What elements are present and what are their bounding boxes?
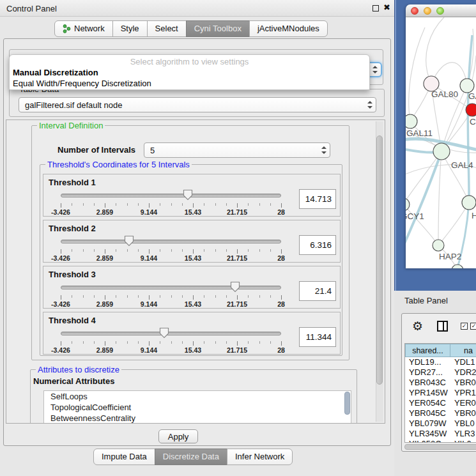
number-of-intervals-label: Number of Intervals xyxy=(58,145,135,155)
slider-thumb[interactable] xyxy=(159,327,169,339)
tab-label: jActiveMNodules xyxy=(257,24,319,33)
checkbox-icon[interactable]: ✓ xyxy=(470,323,476,330)
slider-tick xyxy=(171,203,172,206)
threshold-value-field[interactable]: 11.344 xyxy=(299,327,336,347)
slider-tick xyxy=(61,295,61,300)
close-icon[interactable]: ✖ xyxy=(383,3,390,12)
table-cell: YPR145W xyxy=(405,388,450,398)
table-row[interactable]: YPR145WYPR1 xyxy=(405,388,476,398)
checkbox-icon[interactable]: ✓ xyxy=(461,323,468,330)
threshold-slider[interactable]: -3.4262.8599.14415.4321.71528 xyxy=(61,190,281,215)
attribute-item[interactable]: BetweennessCentrality xyxy=(44,413,351,424)
table-row[interactable]: YIL052CYIL0 xyxy=(405,439,476,443)
mac-close-icon[interactable] xyxy=(411,7,418,15)
mac-minimize-icon[interactable] xyxy=(424,7,431,15)
columns-icon[interactable] xyxy=(437,321,448,332)
attribute-item[interactable]: TopologicalCoefficient xyxy=(44,402,351,413)
gear-icon[interactable]: ⚙ xyxy=(412,319,423,334)
table-column-header[interactable]: na xyxy=(450,344,476,357)
slider-thumb[interactable] xyxy=(124,235,134,247)
thresholds-coordinates-group: Threshold's Coordinates for 5 Intervals … xyxy=(40,164,342,356)
threshold-value-field[interactable]: 21.4 xyxy=(299,281,336,301)
network-node-gal11[interactable] xyxy=(406,114,417,128)
mac-zoom-icon[interactable] xyxy=(436,7,444,15)
table-panel-title: Table Panel xyxy=(404,296,448,305)
slider-tick xyxy=(226,249,227,252)
network-canvas[interactable]: GAL80GACGAL11GAL4GCY1HHAP2 xyxy=(406,17,476,268)
tab-infer-network[interactable]: Infer Network xyxy=(227,449,293,465)
slider-tick-label: -3.426 xyxy=(51,208,70,216)
threshold-panel-1: Threshold 1-3.4262.8599.14415.4321.71528… xyxy=(43,174,341,217)
cyni-toolbox-content: Discretization Algorithm Select algorith… xyxy=(3,38,391,446)
threshold-value-field[interactable]: 6.316 xyxy=(299,235,336,255)
slider-tick-label: 21.715 xyxy=(227,208,247,216)
tab-jactivemnodules[interactable]: jActiveMNodules xyxy=(249,20,328,37)
tab-cyni-toolbox[interactable]: Cyni Toolbox xyxy=(186,20,250,37)
control-panel-titlebar: Control Panel ✖ xyxy=(0,0,394,17)
tab-discretize-data[interactable]: Discretize Data xyxy=(155,449,227,465)
slider-track[interactable] xyxy=(61,332,281,335)
network-node-h[interactable] xyxy=(462,196,476,210)
slider-track[interactable] xyxy=(61,240,281,243)
tab-style[interactable]: Style xyxy=(112,20,148,37)
slider-tick xyxy=(160,295,160,298)
slider-tick xyxy=(138,249,139,252)
network-node-gcy1[interactable] xyxy=(406,198,410,211)
node-table[interactable]: shared...na YDL19...YDL1YDR27...YDR2YBR0… xyxy=(404,343,476,443)
slider-tick xyxy=(237,249,238,254)
slider-track[interactable] xyxy=(61,194,281,197)
table-column-header[interactable]: shared... xyxy=(405,344,450,357)
dropdown-option-manual-discretization[interactable]: Manual Discretization xyxy=(13,68,98,77)
slider-thumb[interactable] xyxy=(183,189,193,201)
dropdown-option-equal-width-frequency[interactable]: Equal Width/Frequency Discretization xyxy=(13,79,151,88)
threshold-label: Threshold 4 xyxy=(49,316,96,325)
algorithm-dropdown-popup: Select algorithm to view settings Manual… xyxy=(9,54,370,90)
table-cell: YLR345W xyxy=(405,429,450,439)
network-node-gal4[interactable] xyxy=(433,143,450,160)
slider-tick xyxy=(116,249,116,252)
slider-tick xyxy=(281,249,282,254)
tab-label: Cyni Toolbox xyxy=(194,24,242,33)
network-icon xyxy=(63,24,71,33)
table-hscrollbar-thumb[interactable] xyxy=(404,444,476,450)
apply-button[interactable]: Apply xyxy=(158,429,198,443)
network-graph: GAL80GACGAL11GAL4GCY1HHAP2 xyxy=(406,17,476,268)
slider-tick xyxy=(105,203,105,208)
interval-definition-group: Interval Definition Number of Intervals … xyxy=(31,125,349,360)
threshold-value-field[interactable]: 14.713 xyxy=(299,189,336,209)
network-node-ga[interactable] xyxy=(460,79,474,93)
slider-tick-label: 21.715 xyxy=(227,346,247,354)
tab-select[interactable]: Select xyxy=(147,20,187,37)
float-window-icon[interactable] xyxy=(372,5,379,12)
viewport-scrollbar-track[interactable] xyxy=(376,121,383,422)
attribute-item[interactable]: SelfLoops xyxy=(44,391,351,402)
slider-tick-label: 28 xyxy=(277,208,285,216)
screen: Control Panel ✖ NetworkStyleSelectCyni T… xyxy=(0,0,476,476)
table-row[interactable]: YBL079WYBL0 xyxy=(405,418,476,429)
table-data-combobox[interactable]: galFiltered.sif default node xyxy=(19,97,376,112)
network-node-hap2[interactable] xyxy=(433,240,444,251)
threshold-slider[interactable]: -3.4262.8599.14415.4321.71528 xyxy=(61,282,281,307)
tab-network[interactable]: Network xyxy=(54,20,113,37)
table-row[interactable]: YBR043CYBR0 xyxy=(405,378,476,388)
numerical-attributes-list[interactable]: SelfLoopsTopologicalCoefficientBetweenne… xyxy=(43,390,351,424)
threshold-slider[interactable]: -3.4262.8599.14415.4321.71528 xyxy=(61,236,281,261)
table-row[interactable]: YER054CYER0 xyxy=(405,398,476,408)
attributes-list-scrollbar[interactable] xyxy=(344,392,350,415)
slider-track[interactable] xyxy=(61,286,281,289)
tab-impute-data[interactable]: Impute Data xyxy=(93,449,155,465)
slider-thumb[interactable] xyxy=(230,281,240,293)
slider-tick xyxy=(72,295,72,298)
table-row[interactable]: YDR27...YDR2 xyxy=(405,367,476,378)
slider-tick xyxy=(215,203,216,206)
slider-tick xyxy=(116,341,116,344)
table-row[interactable]: YDL19...YDL1 xyxy=(405,357,476,367)
table-row[interactable]: YLR345WYLR3 xyxy=(405,429,476,439)
number-of-intervals-combobox[interactable]: 5 xyxy=(144,142,330,158)
viewport-scrollbar-thumb[interactable] xyxy=(376,135,383,385)
network-node[interactable] xyxy=(452,265,463,268)
network-node-c[interactable] xyxy=(466,104,476,116)
threshold-slider[interactable]: -3.4262.8599.14415.4321.71528 xyxy=(61,328,281,353)
table-row[interactable]: YBR045CYBR0 xyxy=(405,408,476,418)
slider-tick xyxy=(105,249,105,254)
